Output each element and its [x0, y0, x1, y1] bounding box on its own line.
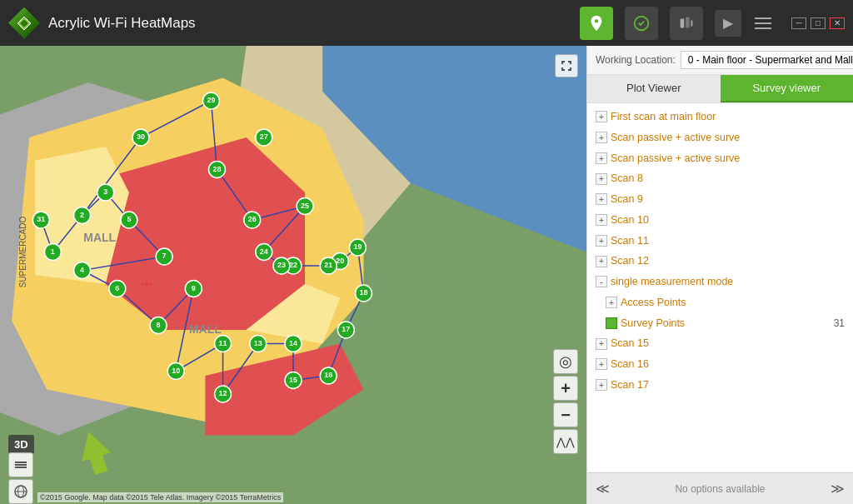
working-location-label: Working Location: [596, 54, 676, 66]
close-button[interactable]: ✕ [830, 17, 845, 29]
tree-color-box-survey-points [606, 317, 617, 329]
tree-expand-scan-16[interactable]: + [596, 358, 607, 370]
3d-button[interactable]: 3D [8, 435, 34, 454]
menu-button[interactable] [755, 13, 775, 33]
svg-rect-6 [15, 462, 27, 463]
tree-label-scan-15: Scan 15 [611, 336, 649, 352]
map-attribution: ©2015 Google. Map data ©2015 Tele Atlas.… [37, 492, 283, 502]
tab-bar: Plot Viewer Survey viewer [587, 75, 853, 103]
location-toolbar-btn[interactable] [580, 7, 613, 40]
tree-label-scan-17: Scan 17 [611, 377, 649, 393]
svg-rect-4 [686, 17, 690, 27]
tree-expand-scan-passive-2[interactable]: + [596, 152, 607, 164]
svg-rect-5 [691, 20, 693, 26]
minimize-button[interactable]: ─ [791, 17, 806, 29]
maximize-button[interactable]: □ [811, 17, 826, 29]
map-area[interactable]: 3D ◎ + − ⋀⋀ ©2015 Google. Map data ©2015… [0, 46, 586, 504]
zoom-out-button[interactable]: − [553, 402, 578, 427]
tree-expand-first-scan[interactable]: + [596, 111, 607, 122]
svg-rect-7 [15, 464, 27, 466]
tree-label-access-points: Access Points [621, 295, 686, 311]
working-location-select[interactable]: 0 - Main floor - Supermarket and Mall [681, 51, 853, 69]
next-options-button[interactable]: ≫ [831, 481, 845, 497]
tree-item-scan-16[interactable]: +Scan 16 [587, 354, 853, 375]
tree-expand-scan-15[interactable]: + [596, 338, 607, 350]
tree-expand-scan-9[interactable]: + [596, 193, 607, 205]
tree-expand-scan-12[interactable]: + [596, 256, 607, 267]
tree-label-scan-passive-2: Scan passive + active surve [611, 151, 740, 167]
tree-item-scan-10[interactable]: +Scan 10 [587, 210, 853, 231]
tree-label-scan-16: Scan 16 [611, 357, 649, 372]
tree-expand-scan-17[interactable]: + [596, 379, 607, 391]
tree-item-single-measurement[interactable]: -single measurement mode [587, 272, 853, 292]
expand-map-button[interactable] [555, 54, 578, 77]
prev-options-button[interactable]: ≪ [596, 481, 610, 497]
tree-label-scan-11: Scan 11 [611, 233, 649, 249]
globe-button[interactable] [8, 479, 33, 504]
tree-item-survey-points[interactable]: Survey Points31 [587, 313, 853, 334]
no-options-text: No options available [675, 483, 765, 495]
tree-expand-scan-11[interactable]: + [596, 235, 607, 247]
tree-panel[interactable]: +First scan at main floor+Scan passive +… [587, 103, 853, 472]
svg-rect-3 [681, 18, 685, 27]
zoom-in-button[interactable]: + [553, 376, 578, 401]
svg-rect-8 [15, 467, 27, 468]
compass-button[interactable]: ◎ [553, 349, 578, 374]
tree-item-scan-9[interactable]: +Scan 9 [587, 189, 853, 210]
tree-item-scan-passive-1[interactable]: +Scan passive + active surve [587, 127, 853, 148]
window-controls: ─ □ ✕ [791, 17, 845, 29]
right-panel: Working Location: 0 - Main floor - Super… [586, 46, 853, 504]
map-canvas [0, 46, 586, 504]
tree-item-access-points[interactable]: +Access Points [587, 292, 853, 313]
scan-toolbar-btn[interactable] [625, 7, 658, 40]
working-location-bar: Working Location: 0 - Main floor - Super… [587, 46, 853, 75]
bottom-bar: ≪ No options available ≫ [587, 472, 853, 504]
tree-label-first-scan: First scan at main floor [611, 109, 716, 125]
tree-expand-scan-10[interactable]: + [596, 214, 607, 226]
reset-north-button[interactable]: ⋀⋀ [553, 429, 578, 454]
settings-toolbar-btn[interactable] [670, 7, 703, 40]
tree-item-scan-11[interactable]: +Scan 11 [587, 231, 853, 252]
tree-expand-single-measurement[interactable]: - [596, 276, 607, 287]
app-title: Acrylic Wi-Fi HeatMaps [48, 15, 196, 32]
tree-label-scan-passive-1: Scan passive + active surve [611, 130, 740, 146]
play-button[interactable]: ▶ [715, 10, 741, 37]
tree-item-scan-passive-2[interactable]: +Scan passive + active surve [587, 148, 853, 169]
tree-item-scan-17[interactable]: +Scan 17 [587, 375, 853, 396]
tree-label-single-measurement: single measurement mode [611, 274, 733, 290]
titlebar: Acrylic Wi-Fi HeatMaps ▶ ─ □ ✕ [0, 0, 853, 46]
tree-expand-scan-8[interactable]: + [596, 173, 607, 185]
tab-plot-viewer[interactable]: Plot Viewer [587, 75, 721, 102]
main-layout: 3D ◎ + − ⋀⋀ ©2015 Google. Map data ©2015… [0, 46, 853, 504]
tree-label-scan-10: Scan 10 [611, 212, 649, 228]
layers-button[interactable] [8, 452, 33, 477]
tree-badge-survey-points: 31 [834, 316, 845, 331]
tree-label-scan-12: Scan 12 [611, 253, 649, 269]
tree-label-scan-9: Scan 9 [611, 192, 643, 207]
tree-item-first-scan[interactable]: +First scan at main floor [587, 107, 853, 127]
tree-item-scan-8[interactable]: +Scan 8 [587, 168, 853, 189]
map-controls: ◎ + − ⋀⋀ [553, 349, 578, 454]
tree-label-survey-points: Survey Points [621, 316, 685, 332]
tree-expand-scan-passive-1[interactable]: + [596, 132, 607, 143]
app-logo [8, 7, 40, 39]
tree-item-scan-15[interactable]: +Scan 15 [587, 333, 853, 354]
tree-expand-access-points[interactable]: + [606, 297, 617, 308]
tab-survey-viewer[interactable]: Survey viewer [721, 75, 854, 102]
tree-item-scan-12[interactable]: +Scan 12 [587, 251, 853, 272]
tree-label-scan-8: Scan 8 [611, 171, 643, 187]
